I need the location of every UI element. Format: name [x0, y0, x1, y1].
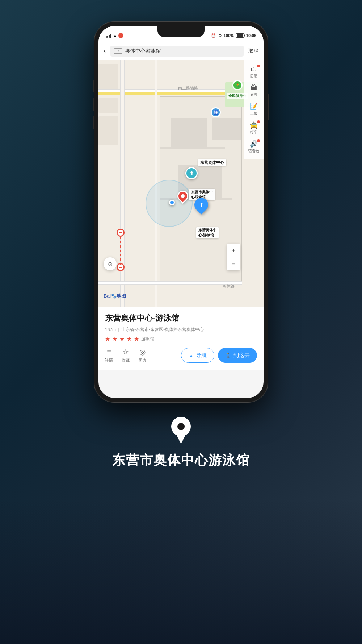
search-icon: ● [114, 48, 122, 54]
marker-aoti[interactable]: ⬆ 东营奥体中心 [185, 167, 198, 179]
nearby-action[interactable]: ◎ 周边 [138, 348, 146, 363]
sidebar-taxi[interactable]: 🚖 打车 [245, 119, 262, 137]
time-display: 10:06 [246, 33, 256, 38]
baidu-logo: Bai🐾地图 [104, 293, 126, 299]
road-horizontal-bottom [98, 281, 242, 285]
report-icon: 📝 [250, 102, 258, 110]
marker-icon-main: ⬆ [185, 167, 198, 179]
zoom-in-button[interactable]: + [227, 244, 240, 257]
search-input[interactable]: 奥体中心游泳馆 [125, 48, 240, 54]
marker-blue [169, 200, 175, 205]
sidebar-travel[interactable]: 🏔 旅游 [245, 82, 262, 99]
status-right: ⏰ ⊙ 100% 10:06 [211, 33, 256, 38]
layers-icon: 🗂 [251, 65, 257, 73]
road-label-2: 奥体路 [223, 284, 235, 289]
layers-label: 图层 [250, 74, 257, 79]
detail-label: 详情 [105, 357, 113, 363]
voice-notification-dot [257, 139, 260, 142]
map-sidebar: 🗂 图层 🏔 旅游 📝 上报 🚖 打车 [244, 60, 264, 159]
marker-restroom[interactable]: 🚻 [211, 107, 221, 117]
no-entry-1 [117, 229, 125, 237]
block-2 [98, 98, 118, 113]
signal-icon [106, 33, 111, 38]
star-2: ★ [112, 336, 117, 342]
star-3: ★ [119, 336, 125, 342]
category-tag: 游泳馆 [141, 336, 154, 342]
bottom-title: 东营市奥体中心游泳馆 [112, 452, 250, 469]
action-row: ≡ 详情 ☆ 收藏 ◎ 周边 ▲ [105, 348, 257, 363]
phone-frame: ▲ ! ⏰ ⊙ 100% 10:06 [94, 22, 268, 402]
wifi-icon: ▲ [113, 33, 117, 38]
cancel-button[interactable]: 取消 [248, 48, 258, 54]
nearby-label: 周边 [138, 358, 146, 363]
go-here-button[interactable]: 🚶 到这去 [218, 348, 257, 363]
rating-row: ★ ★ ★ ★ ★ 游泳馆 [105, 336, 257, 342]
favorite-label: 收藏 [122, 358, 130, 363]
place-name: 东营奥体中心-游泳馆 [105, 313, 257, 324]
status-left: ▲ ! [106, 33, 123, 38]
building-side [212, 118, 241, 140]
go-here-icon: 🚶 [225, 353, 231, 358]
place-meta: 167m | 山东省-东营市-东营区-奥体路东营奥体中心 [105, 327, 257, 333]
navigate-arrow-icon: ▲ [189, 353, 194, 358]
navigate-button[interactable]: ▲ 导航 [181, 348, 214, 363]
gps-icon: ⊙ [218, 33, 222, 38]
marker-label-pool: 东营奥体中心-游泳馆 [196, 227, 219, 238]
zoom-out-button[interactable]: − [227, 257, 240, 270]
voice-icon: 🔊 [250, 140, 258, 148]
favorite-action[interactable]: ☆ 收藏 [122, 348, 130, 363]
nav-buttons: ▲ 导航 🚶 到这去 [181, 348, 257, 363]
report-label: 上报 [250, 111, 257, 116]
pin-inner [177, 423, 185, 430]
meta-divider: | [118, 327, 119, 332]
star-1: ★ [105, 336, 110, 342]
alarm-icon: ⏰ [211, 33, 216, 38]
pin-head [171, 417, 191, 436]
go-here-label: 到这去 [233, 352, 250, 359]
voice-label: 语音包 [248, 149, 259, 154]
share-pin[interactable]: ⬆ [194, 198, 208, 213]
map-view[interactable]: 南二路辅路 奥体路 全民健身公 ⬆ 东营奥体中心 [98, 60, 264, 307]
battery-icon [236, 33, 244, 38]
phone-screen: ▲ ! ⏰ ⊙ 100% 10:06 [98, 26, 264, 398]
block-1 [98, 64, 118, 89]
zoom-controls: + − [227, 244, 240, 270]
distance-label: 167m [105, 327, 116, 332]
dashed-line [120, 237, 121, 266]
detail-icon: ≡ [107, 348, 111, 356]
favorite-icon: ☆ [122, 348, 129, 356]
venue-path [160, 147, 225, 149]
phone-notch [157, 26, 205, 37]
marker-label-main: 东营奥体中心 [198, 159, 226, 166]
navigate-label: 导航 [196, 352, 207, 359]
sidebar-report[interactable]: 📝 上报 [245, 100, 262, 118]
battery-percent: 100% [224, 33, 234, 38]
location-button[interactable]: ⊙ [104, 257, 117, 270]
detail-action[interactable]: ≡ 详情 [105, 348, 113, 363]
info-panel: 东营奥体中心-游泳馆 167m | 山东省-东营市-东营区-奥体路东营奥体中心 … [98, 307, 264, 370]
taxi-icon: 🚖 [250, 121, 258, 129]
location-pin-icon [168, 417, 194, 446]
travel-icon: 🏔 [251, 84, 257, 91]
nearby-icon: ◎ [139, 348, 146, 356]
dnd-icon: ! [118, 33, 123, 38]
taxi-notification-dot [257, 120, 260, 123]
travel-label: 旅游 [250, 92, 257, 97]
search-input-area[interactable]: ● 奥体中心游泳馆 [110, 46, 244, 57]
bottom-section: 东营市奥体中心游泳馆 [112, 417, 250, 469]
sidebar-voice[interactable]: 🔊 语音包 [245, 138, 262, 156]
sidebar-layers[interactable]: 🗂 图层 [245, 63, 262, 81]
address-label: 山东省-东营市-东营区-奥体路东营奥体中心 [121, 327, 204, 333]
building-main [171, 118, 207, 147]
layers-notification-dot [257, 65, 260, 67]
block-3 [98, 116, 118, 145]
taxi-label: 打车 [250, 130, 257, 135]
search-bar: ‹ ● 奥体中心游泳馆 取消 [98, 42, 264, 60]
marker-complex[interactable]: 东营市奥体中心综合馆 [177, 191, 188, 201]
location-icon: ⊙ [108, 261, 113, 267]
star-5: ★ [134, 336, 139, 342]
marker-fitness[interactable]: 🏃 [232, 80, 243, 90]
quick-actions: ≡ 详情 ☆ 收藏 ◎ 周边 [105, 348, 146, 363]
road-label-1: 南二路辅路 [178, 86, 198, 91]
back-button[interactable]: ‹ [104, 47, 106, 55]
